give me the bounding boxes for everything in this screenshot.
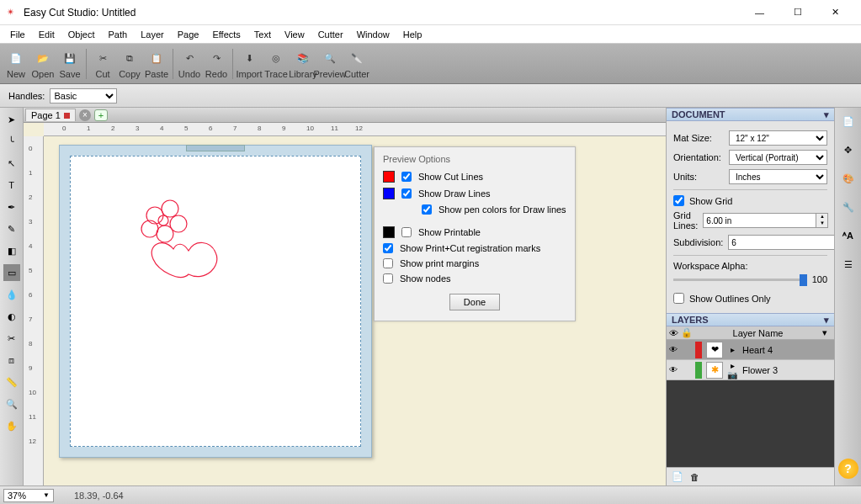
menu-view[interactable]: View [278,28,311,41]
menu-file[interactable]: File [3,28,32,41]
handles-label: Handles: [8,91,45,101]
gradient-tool[interactable]: ◐ [3,308,20,325]
menu-path[interactable]: Path [102,28,135,41]
pen-colors-checkbox[interactable] [422,204,432,215]
maximize-button[interactable]: ☐ [779,1,816,24]
redo-button[interactable]: ↷Redo [204,47,229,81]
svg-point-1 [162,200,178,217]
ruler-tool[interactable]: 📏 [3,374,20,390]
select-tool[interactable]: ➤ [3,111,20,128]
main-toolbar: 📄New 📂Open 💾Save ✂Cut ⧉Copy 📋Paste ↶Undo… [0,44,861,84]
knife-tool[interactable]: ✂ [3,330,20,347]
menu-effects[interactable]: Effects [205,28,247,41]
menu-help[interactable]: Help [396,28,429,41]
layers-panel-icon[interactable]: ☰ [838,254,858,274]
text-tool[interactable]: T [3,177,20,194]
trace-button[interactable]: ◎Trace [263,47,289,81]
app-icon: ✴ [7,7,19,19]
eye-column-icon: 👁 [667,328,680,338]
layer-color-swatch [695,342,702,358]
cut-button[interactable]: ✂Cut [90,47,115,81]
layer-options-icon[interactable]: ▾ [822,327,834,338]
close-tab-icon[interactable]: × [79,109,91,121]
menu-text[interactable]: Text [247,28,278,41]
close-button[interactable]: ✕ [816,1,854,24]
menu-edit[interactable]: Edit [32,28,61,41]
page-tab[interactable]: Page 1 [25,109,76,121]
subdivision-input[interactable] [728,235,842,250]
show-draw-lines-checkbox[interactable] [401,188,412,199]
visibility-toggle[interactable]: 👁 [667,345,680,354]
visibility-toggle[interactable]: 👁 [667,365,680,374]
layer-row[interactable]: 👁 ✱ ▸📷 Flower 3 [667,360,834,380]
menu-cutter[interactable]: Cutter [311,28,350,41]
show-printable-checkbox[interactable] [401,227,412,237]
node-tool[interactable]: ↖ [3,155,20,172]
show-nodes-checkbox[interactable] [383,273,393,284]
move-panel-icon[interactable]: ✥ [838,140,858,160]
show-cut-lines-checkbox[interactable] [401,172,412,182]
cutting-mat [59,145,372,458]
library-button[interactable]: 📚Library [290,47,316,81]
reg-marks-checkbox[interactable] [383,243,393,253]
cutter-button[interactable]: 🔪Cutter [344,47,369,81]
left-toolbar: ➤ ╰ ↖ T ✒ ✎ ◧ ▭ 💧 ◐ ✂ ⧈ 📏 🔍 ✋ [0,108,24,485]
new-button[interactable]: 📄New [3,47,29,81]
show-grid-checkbox[interactable] [673,195,684,206]
font-panel-icon[interactable]: ᴬA [838,225,858,246]
pencil-tool[interactable]: ✎ [3,220,20,237]
wrench-panel-icon[interactable]: 🔧 [838,197,858,217]
pen-tool[interactable]: ✒ [3,199,20,215]
shape-tool[interactable]: ▭ [3,264,20,281]
layers-menu-icon[interactable]: ▾ [824,315,829,326]
layer-thumbnail: ❤ [706,342,723,358]
preview-options-dialog: Preview Options Show Cut Lines Show Draw… [374,146,576,321]
menu-page[interactable]: Page [171,28,206,41]
copy-button[interactable]: ⧉Copy [117,47,142,81]
alpha-slider[interactable] [673,279,807,281]
outlines-only-checkbox[interactable] [673,293,684,304]
eyedropper-tool[interactable]: 💧 [3,286,20,303]
add-layer-icon[interactable]: 📄 [672,471,683,482]
layers-panel-header: LAYERS [672,315,709,325]
layer-color-swatch [695,362,702,379]
ruler-horizontal: 0123456789101112 [44,123,666,136]
save-button[interactable]: 💾Save [57,47,82,81]
canvas-area[interactable]: Page 1 × + 0123456789101112 012345678910… [24,108,666,485]
layer-thumbnail: ✱ [706,362,723,379]
add-tab-icon[interactable]: + [94,109,108,121]
crop-tool[interactable]: ⧈ [3,352,20,369]
mat-size-select[interactable]: 12" x 12" [729,130,827,146]
delete-layer-icon[interactable]: 🗑 [690,472,699,482]
grid-lines-spinner[interactable]: ▲▼ [816,213,828,228]
undo-button[interactable]: ↶Undo [177,47,202,81]
menu-window[interactable]: Window [350,28,396,41]
panel-menu-icon[interactable]: ▾ [824,109,829,120]
menu-bar: File Edit Object Path Layer Page Effects… [0,25,861,44]
help-icon[interactable]: ? [838,459,858,479]
done-button[interactable]: Done [449,294,500,310]
menu-object[interactable]: Object [61,28,102,41]
right-toolbar: 📄 ✥ 🎨 🔧 ᴬA ☰ ? [834,108,861,485]
palette-panel-icon[interactable]: 🎨 [838,168,858,188]
open-button[interactable]: 📂Open [30,47,56,81]
folder-icon: ▸ [725,345,739,354]
eraser-tool[interactable]: ◧ [3,242,20,259]
lasso-tool[interactable]: ╰ [3,133,20,150]
grid-lines-input[interactable] [703,213,816,228]
print-margins-checkbox[interactable] [383,258,393,268]
handles-select[interactable]: Basic [50,88,117,103]
page-panel-icon[interactable]: 📄 [838,111,858,131]
printable-swatch [383,226,395,238]
menu-layer[interactable]: Layer [134,28,171,41]
import-button[interactable]: ⬇Import [237,47,262,81]
units-select[interactable]: Inches [729,169,827,184]
layer-row[interactable]: 👁 ❤ ▸ Heart 4 [667,340,834,360]
preview-button[interactable]: 🔍Preview [317,47,343,81]
zoom-tool[interactable]: 🔍 [3,395,20,412]
paste-button[interactable]: 📋Paste [144,47,169,81]
orientation-select[interactable]: Vertical (Portrait) [729,150,827,165]
hand-tool[interactable]: ✋ [3,417,20,434]
minimize-button[interactable]: — [741,1,779,24]
zoom-select[interactable]: 37%▼ [3,489,54,502]
